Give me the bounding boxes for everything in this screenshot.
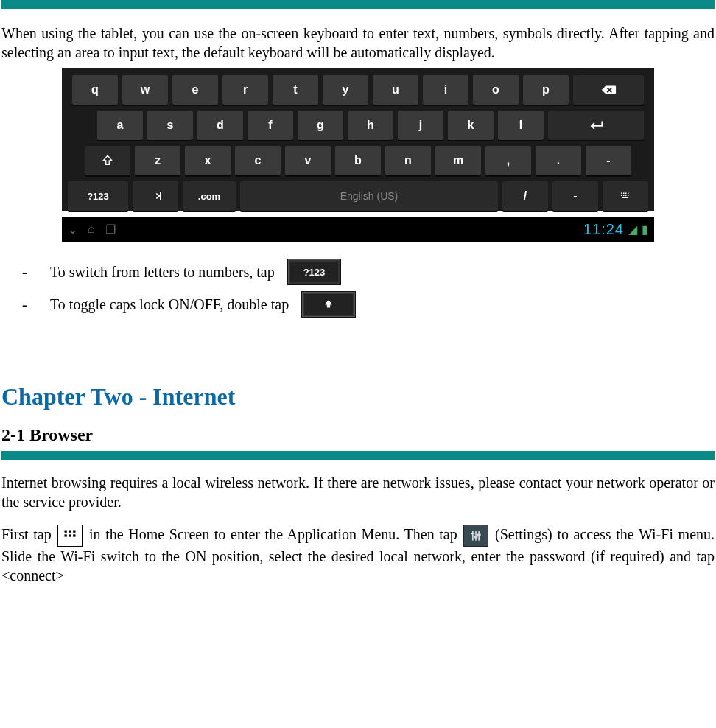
key: o [473,75,519,105]
key: z [135,146,180,175]
key: m [435,146,481,175]
battery-icon: ▮ [642,223,648,237]
clock: 11:24 [583,221,624,238]
divider-bar-section [1,451,715,460]
key: n [385,146,431,175]
key: / [502,181,548,211]
key [573,75,644,105]
divider-bar-top [1,0,715,9]
svg-rect-9 [622,197,628,199]
svg-rect-16 [472,531,474,541]
back-icon: ⌄ [68,223,77,237]
key [603,181,648,211]
key [548,111,644,140]
chapter-title: Chapter Two - Internet [1,383,715,410]
key: k [448,111,494,140]
intro-paragraph: When using the tablet, you can use the o… [1,24,715,62]
key: y [323,75,368,105]
key: q [72,75,118,105]
shift-icon [302,292,355,317]
bullet-dash: - [22,264,37,281]
tip-2: - To toggle caps lock ON/OFF, double tap [22,292,716,317]
key: s [147,111,193,140]
key: p [523,75,569,105]
tip-1: - To switch from letters to numbers, tap… [22,259,716,284]
wifi-text-b: in the Home Screen to enter the Applicat… [89,526,462,542]
settings-icon [463,525,488,547]
key: h [348,111,393,140]
key: ?123 [68,181,128,211]
key: English (US) [240,181,498,211]
bullet-dash: - [22,296,37,313]
system-bar: ⌄ ⌂ ❐ 11:24 ◢ ▮ [62,217,654,242]
svg-rect-20 [474,536,478,539]
key: g [298,111,343,140]
svg-rect-14 [69,535,71,537]
key: d [197,111,243,140]
key: f [248,111,293,140]
tips-list: - To switch from letters to numbers, tap… [22,259,716,317]
svg-rect-13 [65,535,67,537]
key: b [335,146,381,175]
keyboard-screenshot: qwertyuiop asdfghjkl zxcvbnm,.- ?123.com… [62,68,654,242]
key: x [185,146,231,175]
key: i [423,75,468,105]
wifi-icon: ◢ [628,223,637,237]
svg-rect-7 [625,195,627,197]
svg-rect-1 [621,193,622,195]
key: t [273,75,318,105]
svg-rect-21 [477,534,481,536]
svg-rect-15 [74,535,76,537]
svg-rect-17 [476,531,477,541]
svg-rect-3 [625,193,627,195]
key [133,181,178,211]
key: w [122,75,168,105]
svg-rect-10 [65,531,67,533]
recents-icon: ❐ [105,223,116,237]
key [85,146,130,175]
wifi-text-a: First tap [1,526,56,542]
wifi-instructions-paragraph: First tap in the Home Screen to enter th… [1,525,715,585]
key: j [398,111,443,140]
browser-intro-paragraph: Internet browsing requires a local wirel… [1,473,715,511]
svg-rect-8 [628,195,629,197]
key: c [235,146,281,175]
svg-rect-6 [623,195,625,197]
svg-rect-4 [628,193,629,195]
numkey-icon: ?123 [288,259,341,284]
key: u [373,75,418,105]
key: a [97,111,143,140]
tip-2-text: To toggle caps lock ON/OFF, double tap [50,296,289,313]
svg-rect-11 [69,531,71,533]
svg-rect-2 [623,193,625,195]
svg-rect-12 [74,531,76,533]
key: - [586,146,631,175]
tip-1-text: To switch from letters to numbers, tap [50,264,275,281]
svg-rect-0 [160,192,161,200]
key: e [172,75,218,105]
key: r [222,75,268,105]
key: , [485,146,531,175]
key: . [536,146,581,175]
home-icon: ⌂ [88,223,95,236]
svg-rect-5 [621,195,622,197]
key: .com [183,181,236,211]
apps-icon [57,525,83,547]
section-title: 2-1 Browser [1,425,715,445]
key: - [552,181,598,211]
key: v [285,146,331,175]
svg-rect-19 [471,533,475,535]
key: l [498,111,544,140]
